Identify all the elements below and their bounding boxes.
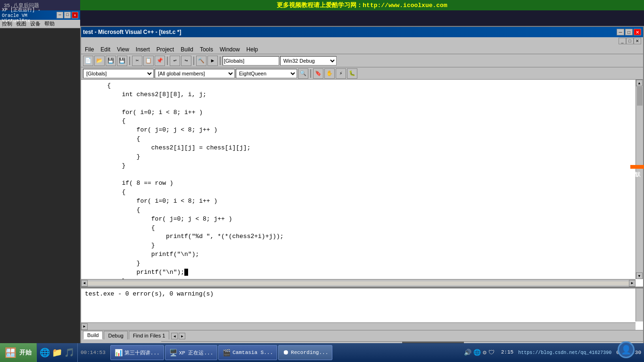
msvc-window: test - Microsoft Visual C++ - [test.c *]… <box>80 26 644 352</box>
menu-insert[interactable]: Insert <box>133 45 153 54</box>
hand-button[interactable]: ✋ <box>324 68 335 79</box>
scroll-thumb-v[interactable] <box>637 87 643 106</box>
output-text: test.exe - 0 error(s), 0 warning(s) <box>81 288 643 299</box>
save-button[interactable]: 💾 <box>106 56 116 66</box>
open-button[interactable]: 📂 <box>94 56 105 66</box>
new-button[interactable]: 📄 <box>83 56 93 66</box>
toolbar-sep2 <box>167 57 168 65</box>
menu-edit[interactable]: Edit <box>98 45 113 54</box>
run-button[interactable]: ▶ <box>207 56 218 66</box>
top-banner: 35.八皇后问题 更多视频教程请上爱酷学习网：http://www.icoolx… <box>0 0 644 10</box>
bookmark-button[interactable]: 🔖 <box>313 68 323 79</box>
copy-button[interactable]: 📋 <box>143 56 154 66</box>
menu-project[interactable]: Project <box>154 45 177 54</box>
quicklaunch: 🌐 📁 🎵 <box>37 343 78 362</box>
msvc-close-button[interactable]: ✕ <box>634 29 641 35</box>
windows-logo-icon: 🪟 <box>5 347 17 359</box>
taskbar-item-camtasia-label: Camtasia S... <box>232 350 273 355</box>
filter-button[interactable]: 🔍 <box>298 68 308 79</box>
scroll-left-arrow[interactable]: ◄ <box>81 280 88 287</box>
ie-icon[interactable]: 🌐 <box>40 347 50 358</box>
recording-icon: ⏺ <box>282 349 289 356</box>
menu-build[interactable]: Build <box>178 45 196 54</box>
redo-button[interactable]: ↪ <box>181 56 191 66</box>
tab-debug[interactable]: Debug <box>104 331 127 339</box>
output-panel: test.exe - 0 error(s), 0 warning(s) ► <box>81 288 643 330</box>
taskbar-item-lecture[interactable]: 📊 第三十四讲... <box>110 345 164 360</box>
code-scrollbar-h[interactable]: ◄ ► <box>81 279 636 287</box>
vbox-menubar: 控制 视图 设备 帮助 <box>0 20 80 28</box>
website-banner: 更多视频教程请上爱酷学习网：http://www.icoolxue.com <box>80 0 644 10</box>
menu-window[interactable]: Window <box>217 45 243 54</box>
scope-combo[interactable]: [Globals] <box>83 69 154 78</box>
system-tray: 🔊 🌐 ⚙ 🛡 <box>460 343 498 362</box>
vbox-titlebar: XP [正在运行] - Oracle VM VirtualBox ─ □ ✕ <box>0 10 80 20</box>
media-icon[interactable]: 🎵 <box>64 347 74 358</box>
function-combo[interactable]: EightQueen <box>236 69 297 78</box>
tray-network-icon[interactable]: 🌐 <box>473 349 481 356</box>
start-button[interactable]: 🪟 开始 <box>0 343 37 362</box>
vbox-menu-help[interactable]: 帮助 <box>44 20 55 27</box>
scroll-right-arrow[interactable]: ► <box>629 280 636 287</box>
vbox-restore-button[interactable]: □ <box>64 12 71 18</box>
inner-restore-button[interactable]: □ <box>626 38 634 44</box>
output-scrollbar[interactable] <box>636 288 643 321</box>
vbox-close-button[interactable]: ✕ <box>72 12 78 18</box>
side-annotation[interactable]: 默认 <box>630 165 644 169</box>
scroll-up-arrow[interactable]: ▲ <box>636 80 643 86</box>
menu-tools[interactable]: Tools <box>197 45 216 54</box>
url-display: https://blog.csdn.net/qq_41627390 <box>516 350 613 355</box>
cut-button[interactable]: ✂ <box>132 56 142 66</box>
msvc-menubar: File Edit View Insert Project Build Tool… <box>81 45 643 54</box>
msvc-restore-button[interactable]: □ <box>625 29 633 35</box>
vbox-menu-view[interactable]: 视图 <box>16 20 26 27</box>
menu-view[interactable]: View <box>114 45 132 54</box>
menu-help[interactable]: Help <box>244 45 261 54</box>
save-all-button[interactable]: 💾 <box>117 56 127 66</box>
project-combo[interactable] <box>223 56 279 66</box>
xp-icon: 🖥️ <box>169 349 177 357</box>
toolbar-sep4 <box>220 57 221 65</box>
tray-settings-icon[interactable]: ⚙ <box>483 349 487 356</box>
tray-security-icon[interactable]: 🛡 <box>488 349 495 356</box>
undo-button[interactable]: ↩ <box>170 56 180 66</box>
member-combo[interactable]: [All global members] <box>155 69 235 78</box>
taskbar-item-camtasia[interactable]: 🎬 Camtasia S... <box>218 345 277 360</box>
msvc-titlebar: test - Microsoft Visual C++ - [test.c *]… <box>81 27 643 37</box>
taskbar-items: 📊 第三十四讲... 🖥️ XP 正在运... 🎬 Camtasia S... … <box>108 345 460 360</box>
output-scrollbar-h[interactable]: ► <box>81 322 636 330</box>
code-editor[interactable]: { int chess2[8][8], i, j; for( i=0; i < … <box>81 80 643 288</box>
taskbar-item-xp[interactable]: 🖥️ XP 正在运... <box>165 345 218 360</box>
taskbar-item-lecture-label: 第三十四讲... <box>124 349 160 356</box>
inner-close-button[interactable]: ✕ <box>634 38 641 44</box>
vbox-menu-control[interactable]: 控制 <box>2 20 12 27</box>
explorer-icon[interactable]: 📁 <box>52 347 62 358</box>
config-combo[interactable]: Win32 Debug <box>280 56 337 66</box>
code-scrollbar-v[interactable]: ▲ ▼ <box>636 80 643 279</box>
toolbar-sep3 <box>193 57 194 65</box>
tray-speaker-icon[interactable]: 🔊 <box>464 349 471 356</box>
scroll-down-arrow[interactable]: ▼ <box>636 272 643 279</box>
user-avatar[interactable]: 👤 <box>618 341 635 358</box>
vbox-minimize-button[interactable]: ─ <box>57 12 63 18</box>
tab-find-in-files[interactable]: Find in Files 1 <box>129 331 169 339</box>
msvc-minimize-button[interactable]: ─ <box>617 29 624 35</box>
msvc-title: test - Microsoft Visual C++ - [test.c *] <box>83 29 182 35</box>
step-button[interactable]: ⚡ <box>336 68 346 79</box>
toolbar2-sep <box>310 69 311 78</box>
debug-button[interactable]: 🐛 <box>347 68 357 79</box>
system-time: 2:15 <box>498 349 516 356</box>
build-icon[interactable]: 🔨 <box>196 56 206 66</box>
tab-scroll-right[interactable]: ► <box>179 333 185 339</box>
output-scroll-right[interactable]: ► <box>81 323 88 330</box>
vbox-menu-device[interactable]: 设备 <box>30 20 41 27</box>
menu-file[interactable]: File <box>82 45 97 54</box>
tab-build[interactable]: Build <box>83 331 103 339</box>
taskbar: 🪟 开始 🌐 📁 🎵 00:14:53 📊 第三十四讲... 🖥️ XP 正在运… <box>0 343 644 362</box>
taskbar-item-recording[interactable]: ⏺ Recording... <box>278 345 332 360</box>
tab-scroll-left[interactable]: ◄ <box>171 333 178 339</box>
msvc-toolbar1: 📄 📂 💾 💾 ✂ 📋 📌 ↩ ↪ 🔨 ▶ Win32 Debug <box>81 54 643 67</box>
paste-button[interactable]: 📌 <box>155 56 165 66</box>
scroll-track-h <box>88 281 629 285</box>
inner-minimize-button[interactable]: _ <box>619 38 626 44</box>
